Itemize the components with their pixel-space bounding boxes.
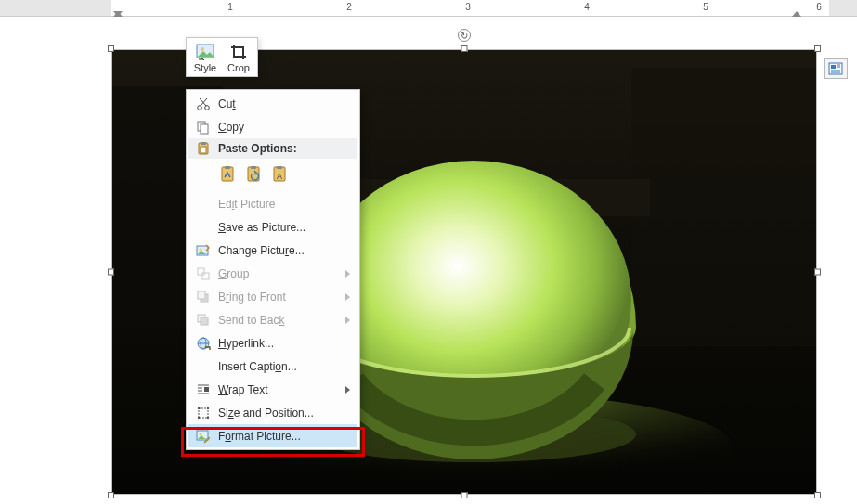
submenu-arrow-icon [345,317,350,324]
resize-handle-ml[interactable] [108,269,114,276]
menu-send-to-back: Send to Back [188,308,357,331]
format-picture-icon [192,427,214,446]
copy-icon [192,118,214,136]
svg-rect-48 [198,407,200,409]
svg-line-18 [200,98,206,106]
style-label: Style [188,62,222,73]
svg-rect-20 [201,124,208,134]
resize-handle-bl[interactable] [108,492,114,498]
style-button[interactable]: Style [188,40,222,74]
menu-size-and-position[interactable]: Size and Position... [188,401,357,424]
rotate-handle[interactable]: ↻ [458,29,471,42]
menu-copy[interactable]: Copy [188,115,357,138]
ruler-tick: 6 [816,2,822,12]
change-picture-icon [192,241,214,260]
crop-button[interactable]: Crop [222,40,255,74]
resize-handle-tm[interactable] [461,45,468,52]
send-to-back-icon [192,311,214,330]
bring-to-front-icon [192,288,214,306]
document-page: ↻ Style Crop Cut [0,17,857,504]
svg-rect-25 [225,166,230,169]
resize-handle-mr[interactable] [814,269,821,276]
wrap-text-icon [192,381,214,399]
submenu-arrow-icon [345,386,350,394]
cut-icon [192,95,214,113]
menu-wrap-text[interactable]: Wrap Text [188,378,357,401]
svg-rect-51 [207,417,209,419]
svg-rect-27 [251,166,256,169]
menu-edit-picture: Edit Picture [188,192,357,215]
menu-format-picture-label: Format Picture... [218,430,301,443]
menu-hyperlink-label: Hyperlink... [218,337,274,350]
svg-rect-38 [201,317,208,325]
layout-options-button[interactable] [824,58,848,79]
menu-change-picture-label: Change Picture... [218,244,305,257]
svg-rect-33 [198,268,204,275]
svg-rect-24 [222,167,233,181]
mini-toolbar: Style Crop [186,37,258,77]
horizontal-ruler: 1 2 3 4 5 6 [0,0,857,17]
group-icon [192,265,214,283]
menu-size-and-position-label: Size and Position... [218,407,314,420]
menu-hyperlink[interactable]: Hyperlink... [188,331,357,355]
svg-point-16 [205,105,210,110]
menu-save-as-picture[interactable]: Save as Picture... [188,215,357,239]
ruler-tick: 4 [584,2,590,12]
resize-handle-br[interactable] [814,492,821,498]
resize-handle-bm[interactable] [461,492,468,498]
svg-text:A: A [277,172,282,181]
submenu-arrow-icon [345,293,350,301]
menu-cut[interactable]: Cut [188,92,357,115]
menu-paste-options-label: Paste Options: [218,142,297,155]
svg-rect-47 [199,408,208,418]
svg-point-14 [201,47,204,51]
ruler-tick: 2 [346,2,352,12]
menu-send-to-back-label: Send to Back [218,314,284,327]
menu-insert-caption-label: Insert Caption... [218,360,297,373]
svg-rect-36 [198,291,205,299]
svg-point-53 [200,433,202,435]
svg-line-17 [201,98,207,106]
crop-label: Crop [222,62,255,73]
crop-icon [222,42,255,62]
blank-icon [192,218,214,237]
svg-rect-34 [202,273,209,279]
submenu-arrow-icon [345,270,350,278]
hyperlink-icon [192,334,214,353]
size-position-icon [192,404,214,422]
menu-change-picture[interactable]: Change Picture... [188,239,357,262]
blank-icon [192,195,214,213]
paste-option-keep-source[interactable] [216,162,240,187]
svg-point-32 [200,248,202,251]
svg-rect-49 [207,407,209,409]
svg-point-15 [198,105,202,110]
resize-handle-tl[interactable] [108,45,114,52]
ruler-tick: 3 [465,2,471,12]
paste-icon [192,139,214,158]
picture-style-icon [188,42,222,62]
resize-handle-tr[interactable] [814,45,821,52]
menu-edit-picture-label: Edit Picture [218,198,275,211]
menu-wrap-text-label: Wrap Text [218,383,268,396]
context-menu: Cut Copy Paste Options: A [186,89,360,450]
menu-save-as-picture-label: Save as Picture... [218,221,305,234]
menu-paste-options-header: Paste Options: [188,138,357,159]
svg-rect-8 [831,65,836,69]
menu-bring-to-front-label: Bring to Front [218,291,286,304]
paste-option-picture[interactable]: A [268,162,292,187]
menu-format-picture[interactable]: Format Picture... [188,424,357,447]
menu-group-label: Group [218,267,249,280]
paste-options-row: A [188,159,357,192]
menu-cut-label: Cut [218,97,236,110]
paste-option-merge[interactable] [242,162,266,187]
svg-rect-50 [198,417,200,419]
svg-rect-44 [204,387,209,392]
svg-rect-29 [277,166,282,169]
ruler-tick: 1 [227,2,233,12]
svg-rect-23 [201,147,206,153]
ruler-tick: 5 [703,2,708,12]
menu-insert-caption[interactable]: Insert Caption... [188,355,357,378]
menu-copy-label: Copy [218,121,244,134]
menu-bring-to-front: Bring to Front [188,285,357,308]
blank-icon [192,357,214,376]
